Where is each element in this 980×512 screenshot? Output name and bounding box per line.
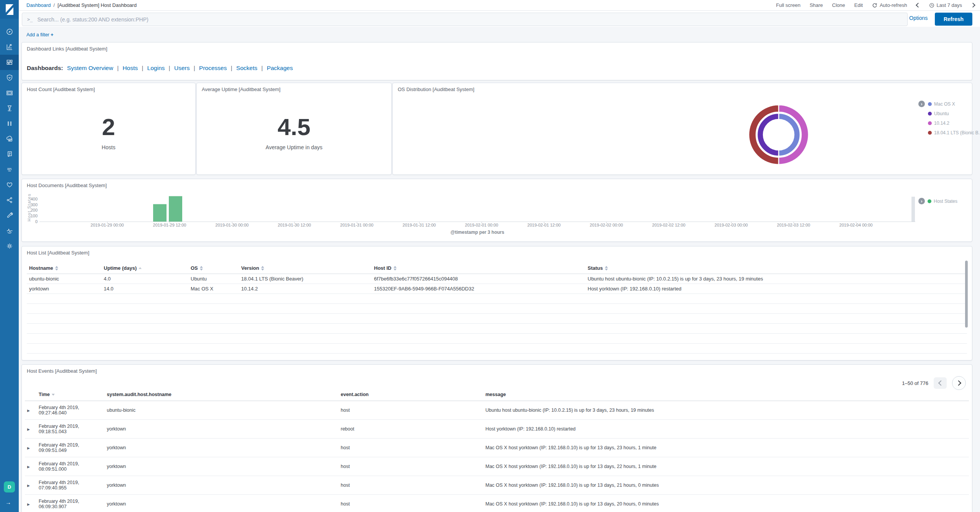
sidebar-item-dashboard[interactable] [0,55,19,70]
bar[interactable] [169,196,182,222]
link-users[interactable]: Users [174,65,189,71]
column-header-os[interactable]: OS [188,263,239,274]
cell-action: host [338,439,483,457]
cell-action: host [338,495,483,512]
host-list-table: Hostname Uptime (days) OS Version Host I… [27,263,967,354]
cell-status: Ubuntu host ubuntu-bionic (IP: 10.0.2.15… [585,274,967,284]
sidebar-item-canvas[interactable] [0,85,19,101]
panel-title: Host Documents [Auditbeat System] [27,183,107,188]
refresh-button[interactable]: Refresh [935,13,972,26]
time-forward-button[interactable] [971,3,975,7]
column-header-host-id[interactable]: Host ID [372,263,585,274]
column-header-time[interactable]: Time [36,389,105,401]
plus-icon: + [51,32,53,38]
pagination: 1–50 of 776 [902,376,966,390]
x-axis-title: @timestamp per 3 hours [39,230,915,235]
clone-button[interactable]: Clone [832,2,845,8]
legend-expand-button[interactable]: › [918,198,925,204]
previous-page-button[interactable] [934,377,947,389]
time-range-button[interactable]: Last 7 days [929,2,962,8]
time-back-button[interactable] [916,3,920,7]
table-header-row: Time system.audit.host.hostname event.ac… [25,389,969,401]
full-screen-button[interactable]: Full screen [776,2,800,8]
expand-sidebar-icon[interactable]: → [5,499,11,505]
sidebar-item-management[interactable] [0,238,19,254]
breadcrumb-dashboard-link[interactable]: Dashboard [26,2,51,8]
sidebar-item-timelion[interactable] [0,101,19,116]
event-row: ▶ February 4th 2019, 09:09:51.049 yorkto… [25,439,969,457]
link-packages[interactable]: Packages [267,65,293,71]
expand-row-icon[interactable]: ▶ [27,427,30,431]
sidebar-item-machine-learning[interactable] [0,116,19,131]
link-hosts[interactable]: Hosts [122,65,138,71]
sidebar-item-visualize[interactable] [0,39,19,55]
options-link[interactable]: Options [909,15,928,21]
expand-row-icon[interactable]: ▶ [27,465,30,469]
expand-row-icon[interactable]: ▶ [27,484,30,488]
event-row: ▶ February 4th 2019, 06:09:30.907 yorkto… [25,495,969,512]
sidebar-item-discover[interactable] [0,24,19,39]
expand-row-icon[interactable]: ▶ [27,446,30,450]
column-header-uptime[interactable]: Uptime (days) [101,263,188,274]
x-tick-label: 2019-02-01 00:00 [465,223,498,227]
x-tick-label: 2019-01-29 12:00 [153,223,186,227]
chevron-left-icon [938,380,943,386]
cell-version: 18.04.1 LTS (Bionic Beaver) [239,274,372,284]
bar[interactable] [153,204,167,222]
next-page-button[interactable] [952,376,966,390]
legend-item[interactable]: 10.14.2 [928,118,980,128]
edit-button[interactable]: Edit [854,2,863,8]
cell-time: February 4th 2019, 09:27:46.040 [36,401,105,420]
x-axis-line [39,222,915,222]
column-header-hostname[interactable]: system.audit.host.hostname [105,389,338,401]
share-button[interactable]: Share [810,2,823,8]
sidebar-item-logs[interactable] [0,147,19,162]
search-input[interactable] [36,16,907,23]
panel-title: OS Distribution [Auditbeat System] [398,86,474,92]
legend-item[interactable]: Mac OS X [928,99,980,109]
table-header-row: Hostname Uptime (days) OS Version Host I… [27,263,967,274]
add-filter-button[interactable]: Add a filter + [26,32,54,38]
legend-item[interactable]: Host States [928,196,957,206]
expand-row-icon[interactable]: ▶ [27,409,30,413]
search-box[interactable]: >_ [22,13,908,26]
legend-dot-icon [928,131,932,135]
legend-item[interactable]: Ubuntu [928,109,980,118]
cell-time: February 4th 2019, 09:18:51.043 [36,420,105,439]
legend-item[interactable]: 18.04.1 LTS (Bionic B... [928,128,980,137]
column-header-status[interactable]: Status [585,263,967,274]
scrollbar-thumb[interactable] [965,261,968,328]
chevron-right-icon [956,380,961,386]
kibana-logo[interactable] [0,0,19,19]
column-header-message[interactable]: message [483,389,969,401]
link-processes[interactable]: Processes [199,65,227,71]
os-distribution-donut[interactable] [744,100,813,169]
sidebar-item-monitoring[interactable] [0,223,19,238]
column-header-event-action[interactable]: event.action [338,389,483,401]
column-header-hostname[interactable]: Hostname [27,263,101,274]
column-header-version[interactable]: Version [239,263,372,274]
cloud-icon [6,135,13,143]
legend-label: Mac OS X [934,101,955,107]
expand-row-icon[interactable]: ▶ [27,502,30,506]
cell-host-id: 6f7be6fb33e6c77f057266415c094408 [372,274,585,284]
link-system-overview[interactable]: System Overview [67,65,113,71]
auto-refresh-button[interactable]: Auto-refresh [872,2,907,8]
sidebar-item-uptime[interactable] [0,177,19,192]
sidebar-item-maps[interactable] [0,70,19,85]
sidebar-item-infrastructure[interactable] [0,131,19,147]
dashboard-icon [6,59,13,66]
empty-row [27,324,967,334]
space-badge[interactable]: D [4,481,15,492]
link-sockets[interactable]: Sockets [236,65,257,71]
sidebar-item-graph[interactable] [0,192,19,208]
link-separator: | [142,65,143,71]
sidebar-item-apm[interactable] [0,162,19,177]
link-separator: | [117,65,119,71]
sidebar-item-dev-tools[interactable] [0,208,19,223]
compass-icon [6,28,13,36]
legend-expand-button[interactable]: › [918,101,925,107]
link-logins[interactable]: Logins [147,65,165,71]
table-row: yorktown 14.0 Mac OS X 10.14.2 155320EF-… [27,284,967,294]
cell-os: Mac OS X [188,284,239,294]
